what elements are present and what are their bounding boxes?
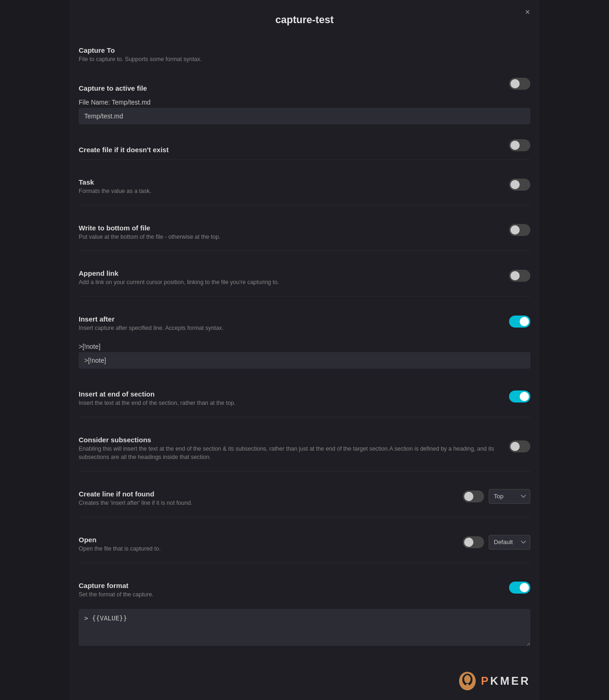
insert-at-end-toggle[interactable] [509,390,530,403]
svg-point-3 [466,684,469,687]
pkmer-logo-icon [458,671,477,691]
task-toggle[interactable] [509,179,530,191]
setting-write-to-bottom: Write to bottom of file Put value at the… [79,208,530,248]
file-name-input[interactable] [79,108,530,124]
write-to-bottom-label: Write to bottom of file [79,224,509,232]
divider-1 [79,159,530,160]
consider-subsections-label: Consider subsections [79,436,509,444]
insert-after-input[interactable] [79,352,530,369]
open-desc: Open the file that is captured to. [79,545,463,553]
insert-after-slider [509,316,530,328]
setting-task: Task Formats the value as a task. [79,162,530,202]
write-to-bottom-toggle[interactable] [509,224,530,236]
insert-at-end-desc: Insert the text at the end of the sectio… [79,399,509,408]
append-link-desc: Add a link on your current cursor positi… [79,278,509,287]
create-line-desc: Creates the 'insert after' line if it is… [79,499,463,508]
task-desc: Formats the value as a task. [79,187,509,196]
setting-open: Open Open the file that is captured to. … [79,520,530,560]
modal-container: × capture-test Capture To File to captur… [69,0,540,700]
setting-capture-to-active-file: Capture to active file [79,68,530,95]
consider-subsections-slider [509,440,530,452]
insert-after-label: Insert after [79,315,509,323]
section-capture-to-desc: File to capture to. Supports some format… [79,55,530,64]
open-dropdown[interactable]: Default Tab Window [489,535,530,550]
open-slider [463,536,484,548]
open-label: Open [79,536,463,544]
capture-to-active-file-slider [509,78,530,90]
capture-to-active-file-toggle[interactable] [509,78,530,90]
setting-create-line: Create line if not found Creates the 'in… [79,474,530,514]
logo-p: P [481,675,490,687]
setting-insert-after: Insert after Insert capture after specif… [79,299,530,339]
capture-format-toggle[interactable] [509,582,530,594]
create-line-toggle[interactable] [463,490,484,502]
append-link-label: Append link [79,269,509,277]
insert-at-end-slider [509,390,530,403]
capture-format-label: Capture format [79,582,509,589]
setting-consider-subsections: Consider subsections Enabling this will … [79,420,530,469]
logo-text: PKMER [481,675,530,688]
insert-after-input-label: >[!note] [79,343,530,350]
logo-area: PKMER [458,671,530,691]
capture-to-active-file-label: Capture to active file [79,84,509,92]
create-line-dropdown[interactable]: Top Bottom [489,489,530,504]
create-file-slider [509,139,530,151]
setting-append-link: Append link Add a link on your current c… [79,254,530,293]
section-capture-to-heading: Capture To [79,46,530,54]
create-line-label: Create line if not found [79,490,463,498]
close-button[interactable]: × [521,6,534,19]
logo-kmer: KMER [490,675,530,687]
setting-capture-format: Capture format Set the format of the cap… [79,566,530,606]
setting-insert-at-end: Insert at end of section Insert the text… [79,374,530,414]
open-toggle[interactable] [463,536,484,548]
write-to-bottom-desc: Put value at the bottom of the file - ot… [79,233,509,242]
task-slider [509,179,530,191]
divider-7 [79,517,530,517]
capture-format-slider [509,582,530,594]
consider-subsections-toggle[interactable] [509,440,530,452]
append-link-toggle[interactable] [509,270,530,282]
file-name-label: File Name: Temp/test.md [79,99,530,106]
setting-create-file: Create file if it doesn't exist [79,130,530,156]
insert-at-end-label: Insert at end of section [79,390,509,398]
consider-subsections-desc: Enabling this will insert the text at th… [79,445,509,462]
capture-format-desc: Set the format of the capture. [79,590,509,599]
divider-6 [79,471,530,471]
create-file-label: Create file if it doesn't exist [79,146,509,154]
task-label: Task [79,178,509,186]
create-line-slider [463,490,484,502]
divider-3 [79,250,530,251]
divider-8 [79,563,530,563]
append-link-slider [509,270,530,282]
insert-after-toggle[interactable] [509,316,530,328]
capture-format-input[interactable]: > {{VALUE}} [79,609,530,646]
divider-5 [79,417,530,417]
create-file-toggle[interactable] [509,139,530,151]
svg-point-2 [464,675,471,683]
insert-after-desc: Insert capture after specified line. Acc… [79,324,509,333]
divider-2 [79,205,530,205]
divider-4 [79,296,530,297]
modal-title: capture-test [79,0,530,37]
write-to-bottom-slider [509,224,530,236]
